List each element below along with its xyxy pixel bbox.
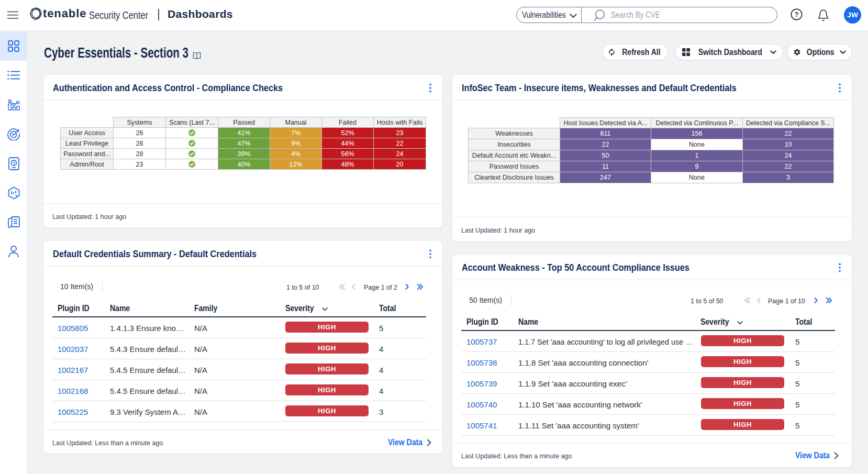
svg-text:?: ? bbox=[795, 11, 799, 18]
